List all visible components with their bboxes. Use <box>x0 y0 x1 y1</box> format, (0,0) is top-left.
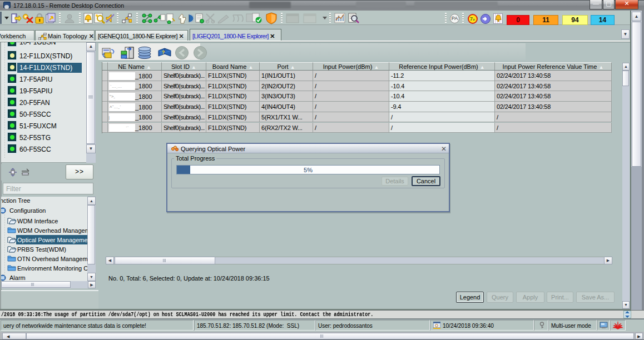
svg-text:?: ? <box>162 49 165 55</box>
